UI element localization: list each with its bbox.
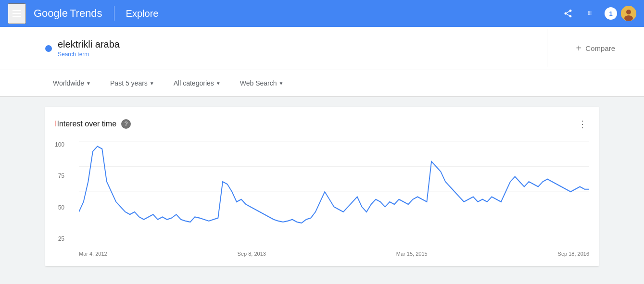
logo-google: Google [34, 7, 68, 20]
share-icon[interactable] [558, 4, 578, 23]
help-icon[interactable]: ? [121, 119, 131, 129]
header-logo: Google Trends [34, 7, 102, 20]
y-label-75: 75 [58, 173, 64, 179]
logo-trends: Trends [70, 7, 102, 20]
x-axis-labels: Mar 4, 2012 Sep 8, 2013 Mar 15, 2015 Sep… [79, 251, 589, 257]
blue-dot [45, 45, 52, 52]
y-label-25: 25 [58, 235, 64, 242]
compare-label: Compare [585, 44, 615, 52]
filter-bar: Worldwide ▼ Past 5 years ▼ All categorie… [0, 70, 644, 97]
search-type-filter[interactable]: Web Search ▼ [232, 75, 291, 91]
apps-icon[interactable] [581, 4, 601, 23]
categories-arrow-icon: ▼ [216, 81, 221, 86]
time-label: Past 5 years [110, 79, 148, 87]
categories-label: All categories [174, 79, 214, 87]
y-axis-labels: 100 75 50 25 [55, 141, 68, 242]
chart-title: IInterest over time [55, 120, 116, 128]
more-options-icon[interactable]: ⋮ [576, 116, 589, 132]
search-type-label: Web Search [240, 79, 277, 87]
y-label-100: 100 [55, 141, 64, 148]
header-icons: 1 [558, 4, 636, 23]
chart-header: IInterest over time ? ⋮ [55, 116, 589, 132]
svg-point-4 [626, 10, 631, 14]
time-filter[interactable]: Past 5 years ▼ [102, 75, 162, 91]
compare-plus-icon: + [576, 43, 582, 54]
worldwide-label: Worldwide [53, 79, 84, 87]
header: Google Trends Explore 1 [0, 0, 644, 27]
x-label-3: Mar 15, 2015 [396, 251, 428, 257]
search-term-label: Search term [58, 51, 120, 58]
x-label-1: Mar 4, 2012 [79, 251, 107, 257]
svg-rect-1 [13, 13, 21, 14]
y-label-50: 50 [58, 204, 64, 211]
worldwide-filter[interactable]: Worldwide ▼ [45, 75, 99, 91]
search-type-arrow-icon: ▼ [278, 81, 283, 86]
search-term-info: elektrikli araba Search term [58, 39, 120, 58]
search-term-container: elektrikli araba Search term [45, 29, 547, 67]
notification-count: 1 [609, 10, 612, 17]
svg-rect-2 [13, 16, 21, 17]
svg-rect-0 [13, 10, 21, 11]
search-area: elektrikli araba Search term + Compare [0, 27, 644, 70]
header-divider [114, 6, 114, 21]
time-arrow-icon: ▼ [150, 81, 154, 86]
avatar[interactable] [621, 6, 636, 21]
worldwide-arrow-icon: ▼ [86, 81, 91, 86]
notification-badge[interactable]: 1 [605, 7, 617, 20]
svg-point-5 [624, 15, 633, 21]
x-label-4: Sep 18, 2016 [558, 251, 589, 257]
x-label-2: Sep 8, 2013 [238, 251, 266, 257]
chart-svg [79, 141, 589, 242]
main-content: IInterest over time ? ⋮ 100 75 50 25 [0, 97, 644, 276]
compare-button[interactable]: + Compare [547, 43, 644, 54]
header-explore-label: Explore [126, 8, 159, 19]
categories-filter[interactable]: All categories ▼ [166, 75, 228, 91]
chart-card: IInterest over time ? ⋮ 100 75 50 25 [45, 107, 599, 266]
menu-icon[interactable] [8, 3, 26, 24]
chart-container: 100 75 50 25 Mar 4, 2012 Sep 8, 2013 Mar… [55, 141, 589, 257]
chart-title-area: IInterest over time ? [55, 119, 131, 129]
search-term-text: elektrikli araba [58, 39, 120, 50]
